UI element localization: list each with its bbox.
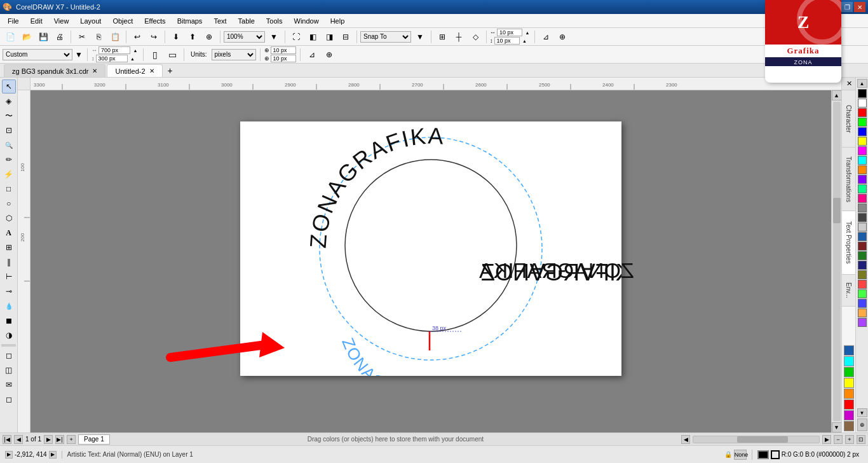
add-page-nav-button[interactable]: + [67, 435, 76, 444]
swatch-light-green[interactable] [858, 289, 867, 298]
swatch-red2[interactable] [858, 108, 867, 117]
save-button[interactable]: 💾 [36, 30, 51, 44]
print-button[interactable]: 🖨 [52, 30, 67, 44]
menu-tools[interactable]: Tools [261, 16, 288, 26]
swatch-aqua[interactable] [858, 156, 867, 165]
envelope-tool[interactable]: ✉ [2, 378, 16, 392]
portrait-button[interactable]: ▯ [147, 48, 163, 62]
swatch-peach[interactable] [858, 308, 867, 317]
scroll-left-button[interactable]: ◀ [681, 435, 690, 444]
undo-button[interactable]: ↩ [130, 30, 145, 44]
polygon-tool[interactable]: ⬡ [2, 211, 16, 225]
preset-select[interactable]: Custom [3, 49, 72, 60]
menu-table[interactable]: Table [233, 16, 260, 26]
snap-guide[interactable]: ┼ [451, 30, 466, 44]
blend-tool[interactable]: ◑ [2, 328, 16, 342]
preset-dropdown[interactable]: ▼ [74, 48, 83, 62]
height-input[interactable]: 300 px [96, 55, 128, 62]
menu-effects[interactable]: Effects [139, 16, 170, 26]
smooth-tool[interactable]: 〜 [2, 109, 16, 123]
scroll-thumb-v[interactable] [833, 198, 841, 223]
fill-color-box[interactable] [757, 450, 769, 459]
swatch-rose[interactable] [858, 194, 867, 203]
landscape-button[interactable]: ▭ [165, 48, 180, 62]
measure-tool[interactable]: ⊸ [2, 284, 16, 298]
swatch-black[interactable] [858, 89, 867, 98]
panel-close-button[interactable]: ✕ [842, 78, 855, 90]
text-tool[interactable]: A [2, 226, 16, 240]
swatch-white[interactable] [858, 99, 867, 107]
swatch-yellow[interactable] [844, 378, 854, 388]
swatch-light-gray[interactable] [858, 223, 867, 232]
swatch-magenta[interactable] [844, 410, 854, 420]
swatch-dark-green[interactable] [858, 251, 867, 260]
zoom-fit-button[interactable]: ⊡ [857, 435, 865, 444]
scroll-up-button[interactable]: ▲ [832, 90, 842, 100]
swatch-orange2[interactable] [858, 165, 867, 174]
swatch-spring[interactable] [858, 184, 867, 193]
menu-file[interactable]: File [3, 16, 24, 26]
vertical-scrollbar[interactable]: ▲ ▼ [831, 90, 841, 432]
first-page-button[interactable]: |◀ [3, 435, 11, 444]
swatch-fuchsia[interactable] [858, 146, 867, 155]
transformations-tab[interactable]: Transformations [842, 148, 855, 211]
coord-button[interactable]: ▶ [5, 451, 13, 459]
menu-bitmaps[interactable]: Bitmaps [172, 16, 208, 26]
swatch-dark-red[interactable] [858, 242, 867, 251]
ellipse-tool[interactable]: ○ [2, 197, 16, 211]
publish-button[interactable]: ⊕ [201, 30, 217, 44]
swatch-orange[interactable] [844, 389, 854, 399]
scroll-right-button[interactable]: ▶ [822, 435, 831, 444]
tab-add-button[interactable]: + [164, 64, 177, 77]
swatch-olive[interactable] [858, 270, 867, 279]
zoom-in-button[interactable]: + [845, 435, 854, 444]
menu-text[interactable]: Text [208, 16, 231, 26]
crop-tool[interactable]: ⊡ [2, 123, 16, 137]
swatch-blue[interactable] [844, 345, 854, 356]
swatch-dark-gray[interactable] [858, 213, 867, 222]
width-input[interactable]: 700 px [98, 46, 130, 54]
scroll-down-button[interactable]: ▼ [832, 422, 842, 432]
menu-view[interactable]: View [49, 16, 74, 26]
swatch-dark-blue[interactable] [858, 261, 867, 270]
palette-up-button[interactable]: ▲ [857, 79, 867, 88]
nudge-x-input[interactable]: 10 px [497, 29, 522, 36]
swatch-green[interactable] [844, 367, 854, 377]
snap-grid[interactable]: ⊞ [435, 30, 450, 44]
swatch-light-red[interactable] [858, 280, 867, 289]
tab-file2[interactable]: Untitled-2 ✕ [107, 64, 162, 77]
swatch-lime[interactable] [858, 118, 867, 127]
prev-page-button[interactable]: ◀ [14, 435, 23, 444]
tab-file2-close[interactable]: ✕ [149, 67, 154, 74]
menu-help[interactable]: Help [325, 16, 350, 26]
none-button[interactable]: None [734, 450, 747, 460]
snap-x-input[interactable]: 10 px [271, 46, 296, 54]
pointer-tool[interactable]: ↖ [2, 79, 16, 93]
swatch-brown[interactable] [844, 421, 854, 431]
text-properties-tab[interactable]: Text Properties [842, 211, 855, 275]
eyedropper-tool[interactable]: 💧 [2, 299, 16, 313]
menu-edit[interactable]: Edit [25, 16, 48, 26]
transform-pos-button[interactable]: ⊿ [304, 48, 320, 62]
smart-draw-tool[interactable]: ⚡ [2, 167, 16, 181]
full-screen-button[interactable]: ⛶ [288, 30, 304, 44]
fill-tool[interactable]: ◼ [2, 314, 16, 328]
table-tool[interactable]: ⊞ [2, 240, 16, 254]
outline-color-box[interactable] [771, 450, 780, 459]
menu-object[interactable]: Object [107, 16, 138, 26]
freehand-tool[interactable]: ✏ [2, 153, 16, 167]
zoom-select[interactable]: 100% 50% 200% [224, 31, 265, 43]
page1-tab[interactable]: Page 1 [78, 434, 110, 445]
height-up[interactable]: ▲ [129, 55, 137, 62]
outline-tool[interactable]: ◻ [2, 392, 16, 406]
plus-button[interactable]: ⊕ [555, 30, 570, 44]
units-select[interactable]: pixels inches mm [212, 49, 256, 60]
menu-layout[interactable]: Layout [75, 16, 106, 26]
swatch-light-blue[interactable] [858, 299, 867, 308]
swatch-gray[interactable] [858, 204, 867, 212]
env-tab[interactable]: Env... [842, 275, 855, 307]
new-button[interactable]: 📄 [3, 30, 18, 44]
snap-to-select[interactable]: Snap To [360, 31, 411, 43]
nudge-y-up[interactable]: ▲ [521, 38, 529, 44]
zoom-tool[interactable]: 🔍 [2, 138, 16, 152]
